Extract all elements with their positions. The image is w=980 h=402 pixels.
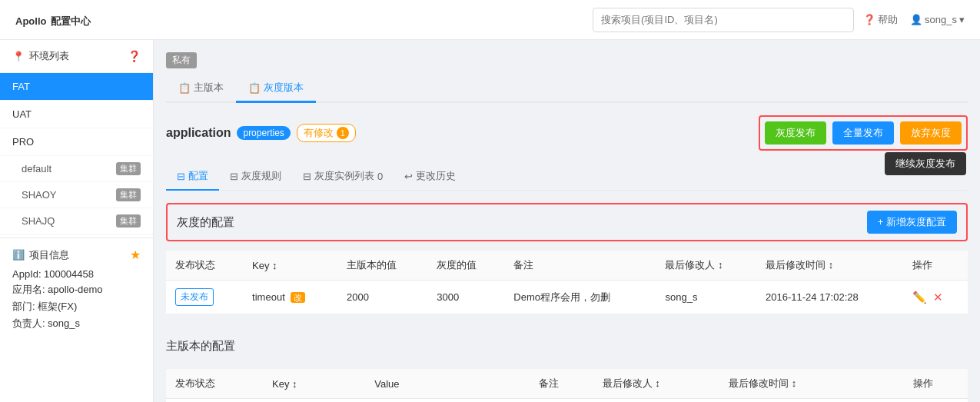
gray-release-button[interactable]: 灰度发布 bbox=[765, 121, 826, 145]
gray-th-status: 发布状态 bbox=[166, 251, 243, 281]
continue-gray-button[interactable]: 继续灰度发布 bbox=[885, 152, 966, 175]
help-button[interactable]: ❓ 帮助 bbox=[863, 13, 898, 27]
project-info-header: ℹ️ 项目信息 ★ bbox=[12, 248, 141, 262]
main-row-status: 已发布 bbox=[166, 399, 263, 403]
gray-instances-icon: ⊟ bbox=[303, 171, 311, 182]
gray-instances-count: 0 bbox=[377, 171, 383, 182]
main-config-table: 发布状态 Key ↕ Value 备注 最后修改人 ↕ 最后修改时间 ↕ 操作 … bbox=[166, 369, 968, 402]
cluster-badge-shaoy: 集群 bbox=[116, 188, 141, 201]
location-icon: 📍 bbox=[12, 51, 25, 62]
app-title: application properties 有修改 1 bbox=[166, 124, 356, 142]
gray-config-section: 灰度的配置 + 新增灰度配置 发布状态 Key ↕ 主版本的值 灰度的值 备注 … bbox=[166, 203, 968, 314]
add-gray-config-button[interactable]: + 新增灰度配置 bbox=[867, 211, 957, 234]
env-help-icon[interactable]: ❓ bbox=[128, 50, 141, 62]
gray-row-actions: ✏️ ✕ bbox=[903, 281, 968, 314]
cluster-badge-default: 集群 bbox=[116, 162, 141, 175]
full-release-button[interactable]: 全量发布 bbox=[832, 121, 894, 145]
sub-tab-gray-rules[interactable]: ⊟ 灰度规则 bbox=[219, 163, 292, 191]
project-appid-row: AppId: 100004458 bbox=[12, 268, 141, 280]
tab-main-version[interactable]: 📋 主版本 bbox=[166, 75, 236, 103]
main-th-value: Value bbox=[365, 369, 530, 399]
logo: Apollo 配置中心 bbox=[15, 11, 91, 28]
gray-row-status: 未发布 bbox=[166, 281, 243, 314]
sidebar-cluster-shaoy[interactable]: SHAOY 集群 bbox=[0, 182, 153, 208]
sub-tabs: ⊟ 配置 ⊟ 灰度规则 ⊟ 灰度实例列表 0 ↩ 更改历史 bbox=[166, 163, 968, 191]
star-icon[interactable]: ★ bbox=[130, 248, 141, 262]
sub-tab-gray-instances[interactable]: ⊟ 灰度实例列表 0 bbox=[292, 163, 394, 191]
main-section-header: 主版本的配置 bbox=[166, 333, 968, 360]
main-row-remark bbox=[530, 399, 593, 403]
gray-row-key: timeout 改 bbox=[243, 281, 337, 314]
project-info: ℹ️ 项目信息 ★ AppId: 100004458 应用名: apollo-d… bbox=[0, 238, 153, 343]
gray-th-modifier: 最后修改人 ↕ bbox=[656, 251, 756, 281]
info-icon: ℹ️ bbox=[12, 249, 25, 261]
main-th-status: 发布状态 bbox=[166, 369, 263, 399]
gray-section-title: 灰度的配置 bbox=[177, 215, 234, 230]
main-section-title: 主版本的配置 bbox=[166, 333, 968, 360]
gray-row-main-value: 2000 bbox=[337, 281, 427, 314]
sidebar-item-uat[interactable]: UAT bbox=[0, 101, 153, 128]
sidebar-cluster-default[interactable]: default 集群 bbox=[0, 156, 153, 182]
main-th-key: Key ↕ bbox=[263, 369, 365, 399]
config-icon: ⊟ bbox=[177, 171, 185, 182]
header: Apollo 配置中心 ❓ 帮助 👤 song_s ▾ bbox=[0, 0, 980, 40]
app-name: application bbox=[166, 126, 231, 140]
change-history-icon: ↩ bbox=[404, 171, 413, 182]
cluster-badge-shajq: 集群 bbox=[116, 214, 141, 228]
gray-row-remark: Demo程序会用，勿删 bbox=[504, 281, 656, 314]
sidebar-item-fat[interactable]: FAT bbox=[0, 73, 153, 101]
sub-tab-change-history[interactable]: ↩ 更改历史 bbox=[394, 163, 467, 191]
sub-tab-config[interactable]: ⊟ 配置 bbox=[166, 163, 219, 191]
main-th-modifier: 最后修改人 ↕ bbox=[593, 369, 719, 399]
search-input[interactable] bbox=[593, 8, 854, 32]
question-icon: ❓ bbox=[863, 14, 875, 25]
gray-row-modified-time: 2016-11-24 17:02:28 bbox=[756, 281, 903, 314]
sidebar: 📍 环境列表 ❓ FAT UAT PRO default 集群 SHAOY 集群… bbox=[0, 40, 154, 402]
sidebar-cluster-shajq[interactable]: SHAJQ 集群 bbox=[0, 208, 153, 234]
main-row-modifier: song_s bbox=[593, 399, 719, 403]
abandon-gray-button[interactable]: 放弃灰度 bbox=[900, 121, 962, 145]
project-dept-row: 部门: 框架(FX) bbox=[12, 300, 141, 314]
main-table-row: 已发布 kibana.url http://1.1.1.2:5601 song_… bbox=[166, 399, 968, 403]
project-owner-row: 负责人: song_s bbox=[12, 317, 141, 331]
main-row-value: http://1.1.1.2:5601 bbox=[365, 399, 530, 403]
main-content: 私有 📋 主版本 📋 灰度版本 application properties 有… bbox=[154, 40, 980, 402]
sidebar-item-pro[interactable]: PRO bbox=[0, 128, 153, 156]
env-section-title: 📍 环境列表 bbox=[12, 49, 69, 63]
project-appname-row: 应用名: apollo-demo bbox=[12, 283, 141, 297]
main-row-key: kibana.url bbox=[263, 399, 365, 403]
project-info-title: ℹ️ 项目信息 bbox=[12, 248, 69, 262]
gray-action-icons: ✏️ ✕ bbox=[912, 291, 958, 304]
gray-th-key: Key ↕ bbox=[243, 251, 337, 281]
main-row-modified-time: 2016-10-18 19:57:29 bbox=[719, 399, 904, 403]
main-th-modified-time: 最后修改时间 ↕ bbox=[719, 369, 904, 399]
delete-icon[interactable]: ✕ bbox=[933, 291, 943, 304]
app-header: application properties 有修改 1 灰度发布 全量发布 放… bbox=[166, 115, 968, 151]
edit-icon[interactable]: ✏️ bbox=[912, 291, 927, 304]
key-modify-badge[interactable]: 改 bbox=[291, 292, 305, 303]
gray-row-modifier: song_s bbox=[656, 281, 756, 314]
tab-gray-version[interactable]: 📋 灰度版本 bbox=[236, 75, 316, 103]
action-buttons-container: 灰度发布 全量发布 放弃灰度 继续灰度发布 bbox=[759, 115, 968, 151]
header-actions: ❓ 帮助 👤 song_s ▾ bbox=[863, 13, 965, 27]
gray-th-modified-time: 最后修改时间 ↕ bbox=[756, 251, 903, 281]
env-section-header: 📍 环境列表 ❓ bbox=[0, 40, 153, 73]
main-th-remark: 备注 bbox=[530, 369, 593, 399]
gray-th-gray-value: 灰度的值 bbox=[427, 251, 504, 281]
gray-th-main-value: 主版本的值 bbox=[337, 251, 427, 281]
user-menu[interactable]: 👤 song_s ▾ bbox=[910, 14, 965, 25]
gray-th-remark: 备注 bbox=[504, 251, 656, 281]
gray-rules-icon: ⊟ bbox=[230, 171, 238, 182]
gray-version-icon: 📋 bbox=[248, 82, 261, 94]
gray-section-header: 灰度的配置 + 新增灰度配置 bbox=[166, 203, 968, 241]
gray-table-header-row: 发布状态 Key ↕ 主版本的值 灰度的值 备注 最后修改人 ↕ 最后修改时间 … bbox=[166, 251, 968, 281]
private-badge: 私有 bbox=[166, 52, 197, 68]
version-tabs: 📋 主版本 📋 灰度版本 bbox=[166, 75, 968, 103]
badge-modified-count: 1 bbox=[337, 127, 349, 139]
main-config-section: 主版本的配置 发布状态 Key ↕ Value 备注 最后修改人 ↕ 最后修改时… bbox=[166, 333, 968, 402]
badge-properties: properties bbox=[237, 126, 290, 140]
status-badge-upcoming: 未发布 bbox=[175, 288, 214, 306]
chevron-down-icon: ▾ bbox=[959, 14, 965, 25]
gray-config-table: 发布状态 Key ↕ 主版本的值 灰度的值 备注 最后修改人 ↕ 最后修改时间 … bbox=[166, 251, 968, 314]
main-table-header-row: 发布状态 Key ↕ Value 备注 最后修改人 ↕ 最后修改时间 ↕ 操作 bbox=[166, 369, 968, 399]
